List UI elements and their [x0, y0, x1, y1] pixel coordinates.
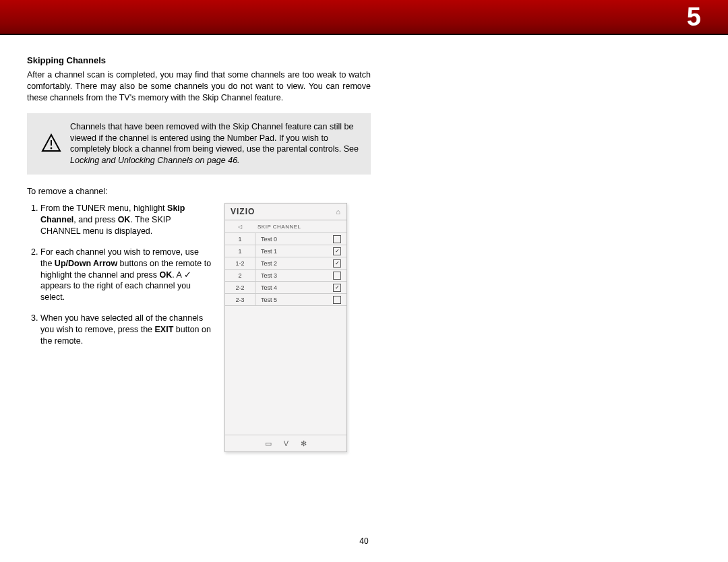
section-title: Skipping Channels [27, 55, 371, 65]
channel-number: 2-2 [225, 282, 255, 293]
channel-row[interactable]: 2-2Test 4✓ [225, 282, 346, 294]
chapter-header: 5 [0, 0, 728, 35]
page-number: 40 [0, 536, 728, 546]
left-column: Skipping Channels After a channel scan i… [27, 55, 371, 452]
chapter-number: 5 [687, 3, 701, 32]
channel-number: 1 [225, 233, 255, 245]
brand-label: VIZIO [231, 207, 255, 216]
step-3: When you have selected all of the channe… [40, 313, 212, 347]
channel-row[interactable]: 2-3Test 5 [225, 294, 346, 306]
channel-number: 1-2 [225, 257, 255, 269]
note-main: Channels that have been removed with the… [70, 122, 359, 154]
channel-number: 2 [225, 270, 255, 281]
channel-row[interactable]: 1Test 0 [225, 233, 346, 245]
screenshot-subheader: ◁ SKIP CHANNEL [225, 220, 346, 233]
checkbox[interactable] [333, 296, 341, 304]
checkbox[interactable]: ✓ [333, 247, 341, 255]
channel-name: Test 5 [255, 296, 333, 303]
gear-icon[interactable]: ✻ [301, 439, 307, 448]
back-icon[interactable]: ◁ [225, 224, 255, 230]
warning-icon [36, 133, 66, 154]
steps-list: From the TUNER menu, highlight Skip Chan… [27, 203, 224, 452]
screenshot-footer: ▭ V ✻ [225, 435, 346, 451]
step-1: From the TUNER menu, highlight Skip Chan… [40, 203, 212, 237]
svg-point-2 [51, 148, 53, 150]
page-body: Skipping Channels After a channel scan i… [0, 35, 728, 452]
channel-name: Test 3 [255, 272, 333, 279]
channel-row[interactable]: 1Test 1✓ [225, 245, 346, 257]
note-text: Channels that have been removed with the… [66, 121, 361, 167]
step-2: For each channel you wish to remove, use… [40, 247, 212, 303]
tv-menu-screenshot: VIZIO ⌂ ◁ SKIP CHANNEL 1Test 01Test 1✓1-… [224, 203, 347, 452]
checkbox[interactable]: ✓ [333, 284, 341, 292]
channel-number: 2-3 [225, 294, 255, 305]
note-box: Channels that have been removed with the… [27, 113, 371, 175]
checkbox[interactable] [333, 235, 341, 243]
menu-title: SKIP CHANNEL [255, 224, 346, 230]
screenshot-header: VIZIO ⌂ [225, 204, 346, 220]
note-reference: Locking and Unlocking Channels on page 4… [70, 156, 240, 165]
channel-name: Test 0 [255, 236, 333, 243]
instructions-row: From the TUNER menu, highlight Skip Chan… [27, 203, 371, 452]
channel-name: Test 4 [255, 284, 333, 291]
channel-row[interactable]: 1-2Test 2✓ [225, 257, 346, 270]
channel-list: 1Test 01Test 1✓1-2Test 2✓2Test 32-2Test … [225, 233, 346, 306]
channel-name: Test 1 [255, 248, 333, 255]
channel-row[interactable]: 2Test 3 [225, 270, 346, 282]
home-icon[interactable]: ⌂ [336, 208, 341, 216]
channel-name: Test 2 [255, 260, 333, 267]
instructions-lead: To remove a channel: [27, 187, 371, 196]
v-icon[interactable]: V [284, 439, 289, 447]
cc-icon[interactable]: ▭ [265, 439, 272, 448]
channel-number: 1 [225, 245, 255, 257]
section-body: After a channel scan is completed, you m… [27, 69, 371, 104]
checkbox[interactable] [333, 272, 341, 280]
checkbox[interactable]: ✓ [333, 259, 341, 268]
